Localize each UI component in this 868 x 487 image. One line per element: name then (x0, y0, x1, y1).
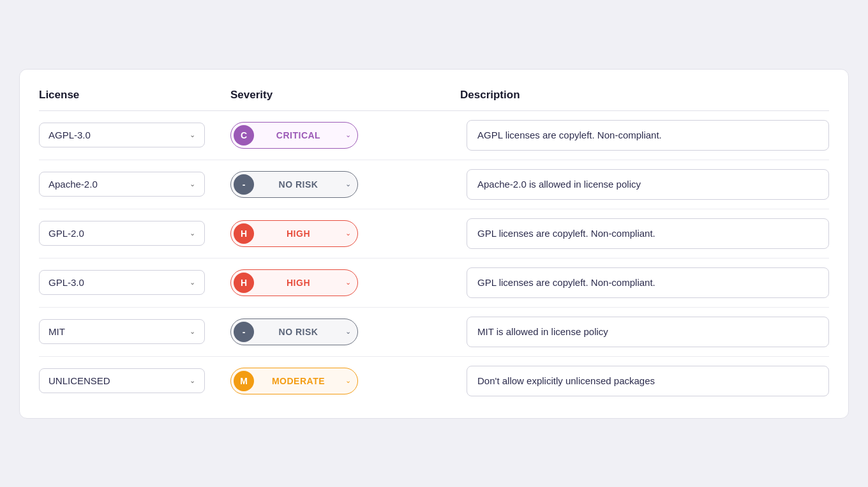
severity-cell-agpl: C CRITICAL ⌄ (230, 122, 460, 149)
severity-cell-gpl2: H HIGH ⌄ (230, 220, 460, 247)
table-row: GPL-2.0 ⌄ H HIGH ⌄ GPL licenses are copy… (39, 209, 829, 258)
license-label-mit: MIT (49, 326, 65, 337)
severity-chevron-apache: ⌄ (345, 180, 351, 188)
license-chevron-gpl2: ⌄ (190, 229, 195, 237)
severity-pill-mit[interactable]: - NO RISK ⌄ (230, 318, 358, 345)
license-cell-gpl2: GPL-2.0 ⌄ (39, 221, 230, 246)
description-cell-mit: MIT is allowed in license policy (467, 317, 829, 347)
severity-label-mit: NO RISK (254, 327, 343, 337)
license-cell-agpl: AGPL-3.0 ⌄ (39, 123, 230, 147)
description-cell-agpl: AGPL licenses are copyleft. Non-complian… (467, 120, 829, 151)
license-label-gpl3: GPL-3.0 (49, 277, 84, 288)
license-cell-mit: MIT ⌄ (39, 319, 230, 344)
severity-cell-mit: - NO RISK ⌄ (230, 318, 460, 345)
table-body: AGPL-3.0 ⌄ C CRITICAL ⌄ AGPL licenses ar… (39, 111, 829, 405)
license-label-apache: Apache-2.0 (49, 179, 98, 190)
description-cell-gpl2: GPL licenses are copyleft. Non-compliant… (467, 218, 829, 249)
license-chevron-apache: ⌄ (190, 180, 195, 188)
severity-chevron-mit: ⌄ (345, 327, 351, 336)
header-severity: Severity (230, 89, 460, 101)
description-text-apache: Apache-2.0 is allowed in license policy (477, 179, 641, 190)
severity-icon-apache: - (234, 174, 254, 195)
license-cell-unlicensed: UNLICENSED ⌄ (39, 368, 230, 393)
license-select-agpl[interactable]: AGPL-3.0 ⌄ (39, 123, 205, 147)
license-label-gpl2: GPL-2.0 (49, 228, 84, 239)
severity-cell-apache: - NO RISK ⌄ (230, 171, 460, 198)
license-select-gpl2[interactable]: GPL-2.0 ⌄ (39, 221, 205, 246)
table-row: GPL-3.0 ⌄ H HIGH ⌄ GPL licenses are copy… (39, 258, 829, 308)
description-cell-apache: Apache-2.0 is allowed in license policy (467, 169, 829, 200)
severity-label-apache: NO RISK (254, 179, 343, 190)
table-row: MIT ⌄ - NO RISK ⌄ MIT is allowed in lice… (39, 308, 829, 357)
severity-chevron-unlicensed: ⌄ (345, 377, 351, 385)
severity-label-agpl: CRITICAL (254, 130, 343, 140)
severity-icon-mit: - (234, 322, 254, 342)
severity-icon-agpl: C (234, 125, 254, 146)
license-chevron-agpl: ⌄ (190, 131, 195, 139)
severity-chevron-gpl3: ⌄ (345, 278, 351, 287)
severity-label-gpl2: HIGH (254, 229, 343, 239)
license-select-gpl3[interactable]: GPL-3.0 ⌄ (39, 270, 205, 295)
description-text-gpl3: GPL licenses are copyleft. Non-compliant… (477, 277, 655, 288)
license-select-mit[interactable]: MIT ⌄ (39, 319, 205, 344)
table-row: AGPL-3.0 ⌄ C CRITICAL ⌄ AGPL licenses ar… (39, 111, 829, 160)
description-cell-gpl3: GPL licenses are copyleft. Non-compliant… (467, 267, 829, 298)
license-label-unlicensed: UNLICENSED (49, 375, 110, 386)
severity-pill-apache[interactable]: - NO RISK ⌄ (230, 171, 358, 198)
severity-cell-gpl3: H HIGH ⌄ (230, 269, 460, 296)
description-text-mit: MIT is allowed in license policy (477, 326, 608, 337)
header-description: Description (460, 89, 829, 101)
severity-chevron-agpl: ⌄ (345, 131, 351, 139)
table-header: License Severity Description (39, 89, 829, 111)
header-license: License (39, 89, 230, 101)
severity-chevron-gpl2: ⌄ (345, 229, 351, 237)
severity-cell-unlicensed: M MODERATE ⌄ (230, 368, 460, 394)
license-table-card: License Severity Description AGPL-3.0 ⌄ … (19, 69, 849, 419)
license-select-unlicensed[interactable]: UNLICENSED ⌄ (39, 368, 205, 393)
license-chevron-gpl3: ⌄ (190, 278, 195, 287)
license-label-agpl: AGPL-3.0 (49, 130, 91, 140)
severity-label-gpl3: HIGH (254, 278, 343, 288)
description-text-agpl: AGPL licenses are copyleft. Non-complian… (477, 130, 662, 140)
license-chevron-unlicensed: ⌄ (190, 377, 195, 385)
table-row: Apache-2.0 ⌄ - NO RISK ⌄ Apache-2.0 is a… (39, 160, 829, 209)
severity-icon-gpl2: H (234, 223, 254, 244)
license-select-apache[interactable]: Apache-2.0 ⌄ (39, 172, 205, 197)
severity-pill-gpl2[interactable]: H HIGH ⌄ (230, 220, 358, 247)
severity-icon-gpl3: H (234, 273, 254, 293)
severity-icon-unlicensed: M (234, 371, 254, 391)
license-cell-gpl3: GPL-3.0 ⌄ (39, 270, 230, 295)
license-cell-apache: Apache-2.0 ⌄ (39, 172, 230, 197)
severity-pill-unlicensed[interactable]: M MODERATE ⌄ (230, 368, 358, 394)
severity-pill-gpl3[interactable]: H HIGH ⌄ (230, 269, 358, 296)
description-text-unlicensed: Don't allow explicitly unlicensed packag… (477, 375, 655, 386)
description-text-gpl2: GPL licenses are copyleft. Non-compliant… (477, 228, 655, 239)
severity-pill-agpl[interactable]: C CRITICAL ⌄ (230, 122, 358, 149)
description-cell-unlicensed: Don't allow explicitly unlicensed packag… (467, 366, 829, 396)
table-row: UNLICENSED ⌄ M MODERATE ⌄ Don't allow ex… (39, 357, 829, 405)
severity-label-unlicensed: MODERATE (254, 376, 343, 386)
license-chevron-mit: ⌄ (190, 327, 195, 336)
